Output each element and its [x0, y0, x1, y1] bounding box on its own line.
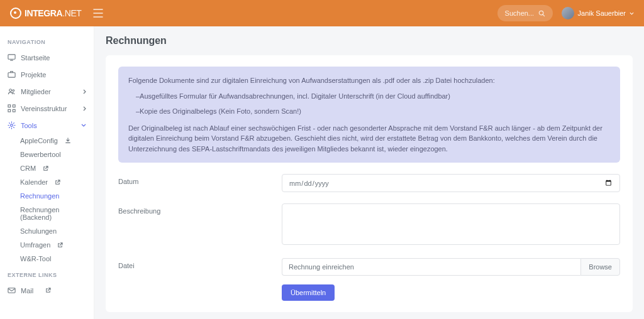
form-row-beschreibung: Beschreibung [118, 203, 620, 247]
svg-rect-7 [8, 109, 11, 112]
nav-heading: NAVIGATION [0, 33, 94, 49]
sidebar-item-label: Rechnungen [20, 192, 59, 200]
chevron-down-icon [81, 124, 86, 127]
browse-button[interactable]: Browse [580, 258, 620, 276]
svg-rect-8 [13, 109, 15, 112]
search-box[interactable] [497, 5, 553, 21]
sidebar-item-rechnungen[interactable]: Rechnungen [0, 189, 94, 203]
sidebar-item-mail[interactable]: Mail [0, 282, 94, 299]
sidebar-item-tools[interactable]: Tools [0, 117, 94, 134]
alert-item-2: –Kopie des Originalbelegs (Kein Foto, so… [128, 106, 610, 117]
alert-item-1: –Ausgefülltes Formular für Aufwandsabrec… [128, 91, 610, 102]
datum-label: Datum [118, 174, 269, 185]
topbar-left: INTEGRA.NET [10, 8, 103, 19]
sidebar-item-label: AppleConfig [20, 137, 58, 144]
external-link-icon [55, 180, 60, 185]
sidebar-item-vereinsstruktur[interactable]: Vereinsstruktur [0, 100, 94, 117]
sidebar-item-label: Schulungen [20, 227, 57, 235]
info-alert: Folgende Dokumente sind zur digitalen Ei… [118, 67, 620, 163]
alert-paragraph: Der Originalbeleg ist nach Ablauf einer … [128, 123, 610, 154]
sidebar-item-crm[interactable]: CRM [0, 161, 94, 175]
topbar-right: Janik Sauerbier [497, 5, 634, 21]
logo-ring-icon [10, 8, 21, 19]
svg-rect-10 [8, 288, 15, 293]
svg-point-9 [11, 124, 13, 127]
avatar [562, 7, 574, 19]
chevron-down-icon [630, 12, 634, 15]
body-layout: NAVIGATION Startseite Projekte Mitgliede… [0, 26, 644, 319]
datei-input[interactable] [282, 258, 580, 276]
sidebar-item-projekte[interactable]: Projekte [0, 66, 94, 83]
monitor-icon [8, 53, 16, 62]
users-icon [8, 87, 16, 95]
mail-icon [8, 286, 16, 295]
brand-logo[interactable]: INTEGRA.NET [10, 8, 82, 19]
sidebar-item-label: Rechnungen (Backend) [20, 206, 86, 221]
card: Folgende Dokumente sind zur digitalen Ei… [106, 55, 633, 312]
alert-intro: Folgende Dokumente sind zur digitalen Ei… [128, 75, 610, 86]
sidebar-item-mitglieder[interactable]: Mitglieder [0, 83, 94, 100]
menu-toggle-icon[interactable] [93, 9, 103, 18]
sidebar-item-label: CRM [20, 165, 36, 172]
sidebar-item-label: Mitglieder [21, 88, 51, 95]
ext-heading: EXTERNE LINKS [0, 266, 94, 282]
chevron-right-icon [83, 106, 86, 111]
sidebar-item-startseite[interactable]: Startseite [0, 49, 94, 66]
beschreibung-label: Beschreibung [118, 203, 269, 215]
external-link-icon [43, 166, 48, 171]
sidebar: NAVIGATION Startseite Projekte Mitgliede… [0, 26, 94, 319]
search-input[interactable] [505, 9, 533, 17]
svg-point-3 [9, 89, 12, 92]
chevron-right-icon [83, 89, 86, 94]
sidebar-item-label: Mail [21, 287, 33, 295]
sidebar-item-label: Kalender [20, 178, 48, 186]
form-row-datei: Datei Browse [118, 258, 620, 276]
beschreibung-input[interactable] [282, 203, 620, 245]
svg-rect-2 [8, 73, 15, 77]
form-row-datum: Datum [118, 174, 620, 192]
external-link-icon [45, 288, 51, 293]
main-content: Rechnungen Folgende Dokumente sind zur d… [94, 26, 644, 319]
svg-rect-5 [8, 105, 11, 107]
grid-icon [8, 104, 16, 112]
datei-label: Datei [118, 258, 269, 269]
sidebar-item-schulungen[interactable]: Schulungen [0, 224, 94, 238]
sidebar-item-label: Umfragen [20, 241, 50, 249]
brand-suffix: .NET [62, 8, 81, 18]
form-row-submit: Übermitteln [118, 284, 620, 301]
svg-rect-1 [8, 55, 15, 59]
datum-input[interactable] [282, 174, 620, 192]
sidebar-item-rechnungen-backend[interactable]: Rechnungen (Backend) [0, 203, 94, 224]
sidebar-item-wr[interactable]: W&R-Tool [0, 252, 94, 266]
sidebar-item-label: Vereinsstruktur [21, 105, 67, 112]
file-input-group: Browse [282, 258, 620, 276]
page-title: Rechnungen [106, 35, 633, 46]
sidebar-item-label: Tools [21, 122, 37, 129]
brand-name: INTEGRA [25, 8, 62, 18]
user-name: Janik Sauerbier [578, 9, 626, 17]
gear-icon [8, 121, 16, 129]
briefcase-icon [8, 70, 16, 78]
sidebar-item-kalender[interactable]: Kalender [0, 175, 94, 189]
svg-rect-6 [13, 105, 15, 107]
topbar: INTEGRA.NET Janik Sauerbier [0, 0, 644, 26]
sidebar-item-bewerbertool[interactable]: Bewerbertool [0, 148, 94, 161]
sidebar-item-label: W&R-Tool [20, 255, 52, 262]
svg-point-4 [13, 90, 14, 92]
external-link-icon [57, 242, 63, 248]
svg-point-0 [539, 11, 543, 15]
search-icon [538, 10, 545, 17]
sidebar-item-appleconfig[interactable]: AppleConfig [0, 134, 94, 148]
user-menu[interactable]: Janik Sauerbier [562, 7, 634, 19]
download-icon [65, 138, 71, 144]
sidebar-item-label: Startseite [21, 54, 50, 62]
sidebar-item-umfragen[interactable]: Umfragen [0, 238, 94, 252]
submit-button[interactable]: Übermitteln [282, 284, 335, 301]
brand-text: INTEGRA.NET [25, 8, 82, 18]
sidebar-item-label: Projekte [21, 71, 46, 78]
sidebar-item-label: Bewerbertool [20, 151, 61, 158]
